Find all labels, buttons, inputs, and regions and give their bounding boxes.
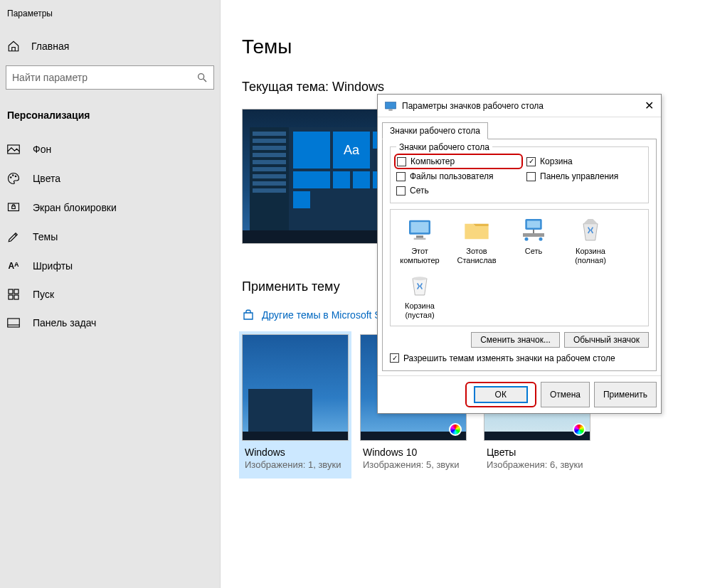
computer-icon — [406, 215, 434, 244]
icon-item-computer[interactable]: Этот компьютер — [396, 215, 443, 264]
brush-icon — [7, 230, 20, 243]
check-computer[interactable]: Компьютер — [394, 154, 523, 169]
svg-point-25 — [539, 237, 543, 241]
apply-button[interactable]: Применить — [594, 382, 657, 407]
svg-rect-11 — [14, 295, 18, 299]
cancel-button[interactable]: Отмена — [541, 382, 590, 407]
nav-start[interactable]: Пуск — [0, 280, 220, 309]
icon-label: Сеть — [510, 247, 557, 256]
nav-label: Фон — [33, 144, 51, 155]
nav-background[interactable]: Фон — [0, 135, 220, 164]
nav-home[interactable]: Главная — [0, 33, 220, 65]
check-cpanel[interactable]: Панель управления — [526, 171, 642, 181]
svg-point-4 — [13, 175, 14, 176]
current-theme-label: Текущая тема: Windows — [242, 80, 710, 95]
svg-point-3 — [11, 177, 12, 178]
check-recycle[interactable]: Корзина — [526, 156, 642, 167]
check-label: Файлы пользователя — [410, 171, 493, 181]
start-icon — [7, 289, 20, 300]
nav-label: Шрифты — [33, 260, 73, 272]
svg-rect-9 — [14, 289, 18, 294]
highlight-ok: ОК — [465, 382, 536, 407]
nav-home-label: Главная — [31, 41, 69, 52]
icon-grid: Этот компьютер Зотов Станислав Сеть Корз… — [390, 209, 649, 326]
nav-label: Пуск — [33, 289, 54, 300]
store-link-label: Другие темы в Microsoft S... — [262, 309, 389, 321]
page-title: Темы — [242, 36, 710, 58]
color-swatch-icon — [449, 423, 462, 436]
svg-rect-19 — [414, 238, 426, 240]
checkbox-icon[interactable] — [390, 353, 399, 363]
icon-item-recycle-empty[interactable]: Корзина (пустая) — [396, 270, 443, 319]
svg-rect-7 — [12, 206, 16, 209]
fieldset-label: Значки рабочего стола — [396, 142, 492, 152]
icon-label: Этот компьютер — [396, 247, 443, 264]
check-userfiles[interactable]: Файлы пользователя — [396, 171, 512, 181]
nav-themes[interactable]: Темы — [0, 222, 220, 252]
check-label: Корзина — [540, 156, 573, 166]
home-icon — [7, 40, 20, 53]
svg-rect-12 — [8, 319, 20, 327]
sidebar: Параметры Главная Найти параметр Персона… — [0, 0, 221, 588]
theme-meta: Изображения: 5, звуки — [360, 459, 472, 476]
nav-label: Цвета — [33, 173, 60, 184]
svg-line-1 — [203, 79, 206, 82]
svg-rect-10 — [9, 295, 13, 299]
icon-item-recycle-full[interactable]: Корзина (полная) — [567, 215, 614, 264]
recycle-full-icon — [576, 215, 605, 244]
nav-colors[interactable]: Цвета — [0, 164, 220, 193]
ok-button[interactable]: ОК — [474, 386, 528, 403]
theme-meta: Изображения: 1, звуки — [242, 459, 349, 476]
nav-taskbar[interactable]: Панель задач — [0, 309, 220, 337]
theme-name: Цветы — [484, 441, 596, 459]
checkbox-icon[interactable] — [526, 172, 536, 181]
svg-rect-21 — [527, 221, 540, 228]
section-label: Персонализация — [0, 109, 220, 135]
svg-rect-8 — [9, 289, 13, 294]
dialog-title: Параметры значков рабочего стола — [402, 101, 544, 111]
close-button[interactable]: ✕ — [645, 99, 654, 112]
checkbox-icon[interactable] — [396, 172, 406, 181]
tab-desktop-icons[interactable]: Значки рабочего стола — [382, 122, 488, 139]
default-icon-button[interactable]: Обычный значок — [564, 332, 649, 348]
nav-label: Экран блокировки — [33, 202, 117, 213]
check-label: Разрешить темам изменять значки на рабоч… — [403, 353, 615, 363]
nav-label: Панель задач — [33, 317, 96, 328]
nav-lockscreen[interactable]: Экран блокировки — [0, 193, 220, 222]
dialog-icon — [385, 101, 396, 111]
icon-item-user[interactable]: Зотов Станислав — [453, 215, 500, 264]
check-network[interactable]: Сеть — [396, 186, 512, 196]
lockscreen-icon — [7, 202, 20, 213]
check-allow-themes[interactable]: Разрешить темам изменять значки на рабоч… — [390, 353, 649, 363]
search-input[interactable]: Найти параметр — [6, 65, 214, 90]
svg-rect-22 — [523, 233, 544, 237]
checkbox-icon[interactable] — [526, 157, 536, 166]
icon-label: Зотов Станислав — [453, 247, 500, 264]
svg-rect-15 — [388, 109, 392, 110]
picture-icon — [7, 144, 20, 154]
icon-item-network[interactable]: Сеть — [510, 215, 557, 264]
icon-label: Корзина (пустая) — [396, 301, 443, 319]
nav-fonts[interactable]: AA Шрифты — [0, 252, 220, 280]
theme-name: Windows 10 — [360, 441, 472, 459]
network-icon — [519, 215, 548, 244]
checkbox-icon[interactable] — [396, 186, 406, 196]
palette-icon — [7, 172, 20, 185]
svg-rect-14 — [386, 102, 396, 108]
theme-card-windows[interactable]: Windows Изображения: 1, звуки — [239, 331, 351, 479]
app-title: Параметры — [0, 0, 220, 33]
svg-rect-18 — [416, 235, 423, 237]
icon-label: Корзина (полная) — [567, 247, 614, 264]
change-icon-button[interactable]: Сменить значок... — [471, 332, 560, 348]
search-placeholder: Найти параметр — [12, 72, 88, 83]
store-icon — [242, 309, 255, 321]
checkbox-icon[interactable] — [397, 157, 406, 166]
folder-user-icon — [462, 215, 491, 244]
font-icon: AA — [7, 261, 20, 271]
color-swatch-icon — [573, 423, 586, 436]
svg-point-24 — [525, 237, 529, 241]
check-label: Панель управления — [540, 171, 618, 181]
theme-name: Windows — [242, 441, 349, 459]
svg-point-0 — [198, 74, 204, 80]
svg-rect-17 — [411, 222, 429, 232]
